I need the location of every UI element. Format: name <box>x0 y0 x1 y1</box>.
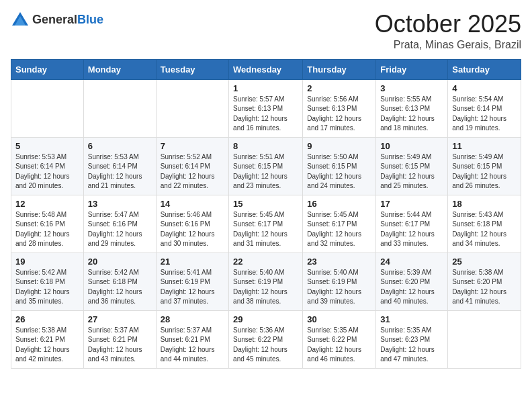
day-info: Sunrise: 5:39 AMSunset: 6:20 PMDaylight:… <box>380 268 443 307</box>
calendar-day-cell: 14Sunrise: 5:46 AMSunset: 6:16 PMDayligh… <box>156 195 228 253</box>
day-number: 1 <box>233 83 298 93</box>
calendar-day-cell: 3Sunrise: 5:55 AMSunset: 6:13 PMDaylight… <box>376 79 448 137</box>
day-info: Sunrise: 5:43 AMSunset: 6:18 PMDaylight:… <box>452 210 517 249</box>
day-info: Sunrise: 5:38 AMSunset: 6:21 PMDaylight:… <box>15 326 79 365</box>
day-info: Sunrise: 5:56 AMSunset: 6:13 PMDaylight:… <box>307 95 371 134</box>
logo-general-text: GeneralBlue <box>32 13 103 27</box>
day-info: Sunrise: 5:44 AMSunset: 6:17 PMDaylight:… <box>380 210 443 249</box>
day-info: Sunrise: 5:53 AMSunset: 6:14 PMDaylight:… <box>15 152 79 191</box>
day-number: 11 <box>452 141 517 151</box>
calendar-week-row: 19Sunrise: 5:42 AMSunset: 6:18 PMDayligh… <box>11 253 521 310</box>
day-of-week-header: Wednesday <box>229 59 303 79</box>
calendar-day-cell: 8Sunrise: 5:51 AMSunset: 6:15 PMDaylight… <box>229 137 303 195</box>
calendar-day-cell: 2Sunrise: 5:56 AMSunset: 6:13 PMDaylight… <box>303 79 376 137</box>
calendar-day-cell: 4Sunrise: 5:54 AMSunset: 6:14 PMDaylight… <box>448 79 521 137</box>
calendar-day-cell: 1Sunrise: 5:57 AMSunset: 6:13 PMDaylight… <box>229 79 303 137</box>
calendar-week-row: 5Sunrise: 5:53 AMSunset: 6:14 PMDaylight… <box>11 137 521 195</box>
calendar-day-cell: 24Sunrise: 5:39 AMSunset: 6:20 PMDayligh… <box>376 253 448 310</box>
day-info: Sunrise: 5:57 AMSunset: 6:13 PMDaylight:… <box>233 95 298 134</box>
day-info: Sunrise: 5:49 AMSunset: 6:15 PMDaylight:… <box>452 152 517 191</box>
day-of-week-header: Monday <box>83 59 156 79</box>
calendar-day-cell: 13Sunrise: 5:47 AMSunset: 6:16 PMDayligh… <box>83 195 156 253</box>
day-number: 18 <box>452 199 517 209</box>
day-number: 26 <box>15 314 79 324</box>
day-info: Sunrise: 5:35 AMSunset: 6:22 PMDaylight:… <box>307 326 371 365</box>
day-info: Sunrise: 5:51 AMSunset: 6:15 PMDaylight:… <box>233 152 298 191</box>
calendar-table: SundayMondayTuesdayWednesdayThursdayFrid… <box>11 59 521 369</box>
day-number: 8 <box>233 141 298 151</box>
day-info: Sunrise: 5:54 AMSunset: 6:14 PMDaylight:… <box>452 95 517 134</box>
day-number: 13 <box>88 199 152 209</box>
calendar-day-cell: 10Sunrise: 5:49 AMSunset: 6:15 PMDayligh… <box>376 137 448 195</box>
day-number: 23 <box>307 257 371 267</box>
day-info: Sunrise: 5:45 AMSunset: 6:17 PMDaylight:… <box>307 210 371 249</box>
day-number: 6 <box>88 141 152 151</box>
calendar-day-cell: 11Sunrise: 5:49 AMSunset: 6:15 PMDayligh… <box>448 137 521 195</box>
calendar-day-cell: 5Sunrise: 5:53 AMSunset: 6:14 PMDaylight… <box>11 137 84 195</box>
calendar-day-cell: 12Sunrise: 5:48 AMSunset: 6:16 PMDayligh… <box>11 195 84 253</box>
day-info: Sunrise: 5:40 AMSunset: 6:19 PMDaylight:… <box>233 268 298 307</box>
day-number: 2 <box>307 83 371 93</box>
day-info: Sunrise: 5:42 AMSunset: 6:18 PMDaylight:… <box>15 268 79 307</box>
day-number: 4 <box>452 83 517 93</box>
calendar-day-cell <box>156 79 228 137</box>
calendar-day-cell: 31Sunrise: 5:35 AMSunset: 6:23 PMDayligh… <box>376 310 448 368</box>
day-info: Sunrise: 5:52 AMSunset: 6:14 PMDaylight:… <box>161 152 224 191</box>
calendar-day-cell <box>83 79 156 137</box>
calendar-day-cell: 21Sunrise: 5:41 AMSunset: 6:19 PMDayligh… <box>156 253 228 310</box>
day-number: 10 <box>380 141 443 151</box>
calendar-day-cell <box>11 79 84 137</box>
day-of-week-header: Friday <box>376 59 448 79</box>
location-title: Prata, Minas Gerais, Brazil <box>375 39 521 51</box>
calendar-day-cell: 29Sunrise: 5:36 AMSunset: 6:22 PMDayligh… <box>229 310 303 368</box>
calendar-week-row: 12Sunrise: 5:48 AMSunset: 6:16 PMDayligh… <box>11 195 521 253</box>
day-number: 17 <box>380 199 443 209</box>
day-info: Sunrise: 5:49 AMSunset: 6:15 PMDaylight:… <box>380 152 443 191</box>
calendar-day-cell: 17Sunrise: 5:44 AMSunset: 6:17 PMDayligh… <box>376 195 448 253</box>
logo-icon <box>11 11 30 30</box>
page-header: GeneralBlue October 2025 Prata, Minas Ge… <box>11 11 521 51</box>
day-number: 9 <box>307 141 371 151</box>
calendar-day-cell: 7Sunrise: 5:52 AMSunset: 6:14 PMDaylight… <box>156 137 228 195</box>
day-info: Sunrise: 5:46 AMSunset: 6:16 PMDaylight:… <box>161 210 224 249</box>
calendar-day-cell: 19Sunrise: 5:42 AMSunset: 6:18 PMDayligh… <box>11 253 84 310</box>
day-number: 24 <box>380 257 443 267</box>
calendar-week-row: 26Sunrise: 5:38 AMSunset: 6:21 PMDayligh… <box>11 310 521 368</box>
calendar-day-cell: 25Sunrise: 5:38 AMSunset: 6:20 PMDayligh… <box>448 253 521 310</box>
day-number: 14 <box>161 199 224 209</box>
calendar-day-cell: 28Sunrise: 5:37 AMSunset: 6:21 PMDayligh… <box>156 310 228 368</box>
calendar-day-cell: 22Sunrise: 5:40 AMSunset: 6:19 PMDayligh… <box>229 253 303 310</box>
day-number: 3 <box>380 83 443 93</box>
calendar-body: 1Sunrise: 5:57 AMSunset: 6:13 PMDaylight… <box>11 79 521 368</box>
calendar-day-cell: 6Sunrise: 5:53 AMSunset: 6:14 PMDaylight… <box>83 137 156 195</box>
calendar-day-cell: 9Sunrise: 5:50 AMSunset: 6:15 PMDaylight… <box>303 137 376 195</box>
day-info: Sunrise: 5:47 AMSunset: 6:16 PMDaylight:… <box>88 210 152 249</box>
calendar-day-cell: 15Sunrise: 5:45 AMSunset: 6:17 PMDayligh… <box>229 195 303 253</box>
day-number: 21 <box>161 257 224 267</box>
day-of-week-header: Sunday <box>11 59 84 79</box>
calendar-day-cell: 23Sunrise: 5:40 AMSunset: 6:19 PMDayligh… <box>303 253 376 310</box>
calendar-week-row: 1Sunrise: 5:57 AMSunset: 6:13 PMDaylight… <box>11 79 521 137</box>
day-info: Sunrise: 5:45 AMSunset: 6:17 PMDaylight:… <box>233 210 298 249</box>
calendar-header-row: SundayMondayTuesdayWednesdayThursdayFrid… <box>11 59 521 79</box>
day-number: 15 <box>233 199 298 209</box>
day-number: 12 <box>15 199 79 209</box>
day-info: Sunrise: 5:41 AMSunset: 6:19 PMDaylight:… <box>161 268 224 307</box>
day-info: Sunrise: 5:42 AMSunset: 6:18 PMDaylight:… <box>88 268 152 307</box>
calendar-day-cell: 20Sunrise: 5:42 AMSunset: 6:18 PMDayligh… <box>83 253 156 310</box>
day-of-week-header: Thursday <box>303 59 376 79</box>
day-of-week-header: Saturday <box>448 59 521 79</box>
day-info: Sunrise: 5:36 AMSunset: 6:22 PMDaylight:… <box>233 326 298 365</box>
calendar-day-cell: 27Sunrise: 5:37 AMSunset: 6:21 PMDayligh… <box>83 310 156 368</box>
calendar-day-cell: 18Sunrise: 5:43 AMSunset: 6:18 PMDayligh… <box>448 195 521 253</box>
calendar-day-cell <box>448 310 521 368</box>
day-of-week-header: Tuesday <box>156 59 228 79</box>
day-number: 20 <box>88 257 152 267</box>
day-info: Sunrise: 5:40 AMSunset: 6:19 PMDaylight:… <box>307 268 371 307</box>
month-title: October 2025 <box>375 11 521 38</box>
day-number: 19 <box>15 257 79 267</box>
day-number: 22 <box>233 257 298 267</box>
calendar-day-cell: 30Sunrise: 5:35 AMSunset: 6:22 PMDayligh… <box>303 310 376 368</box>
day-number: 31 <box>380 314 443 324</box>
day-number: 25 <box>452 257 517 267</box>
